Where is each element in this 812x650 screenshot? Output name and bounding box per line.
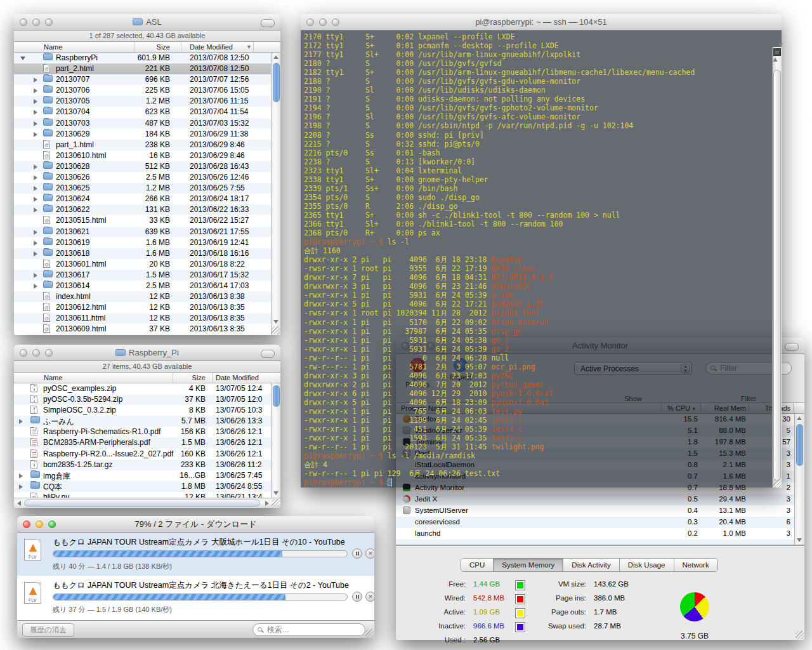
- column-header-size[interactable]: Size: [150, 373, 206, 383]
- disclosure-closed-icon[interactable]: [34, 99, 37, 104]
- download-item[interactable]: FLVももクロ JAPAN TOUR Ustream定点カメラ 大阪城ホール1日…: [17, 533, 374, 576]
- terminal-titlebar[interactable]: pi@raspberrypi: ~ — ssh — 104×51: [301, 14, 782, 30]
- toolbar-toggle-button[interactable]: [261, 19, 275, 27]
- scroll-up-arrow-icon[interactable]: [797, 416, 802, 420]
- zoom-button[interactable]: [45, 18, 53, 26]
- tab-system-memory[interactable]: System Memory: [493, 559, 563, 571]
- close-button[interactable]: [306, 18, 314, 26]
- cancel-button[interactable]: ✕: [365, 548, 374, 559]
- horizontal-scrollbar[interactable]: [14, 498, 280, 508]
- scroll-up-arrow-icon[interactable]: [273, 55, 278, 59]
- column-header-name[interactable]: Name: [44, 373, 62, 383]
- file-row[interactable]: BCM2835-ARM-Peripherals.pdf1.5 MB13/06/2…: [14, 437, 280, 448]
- file-row[interactable]: 20130624266 KB2013/06/24 18:17: [14, 194, 280, 204]
- disclosure-closed-icon[interactable]: [34, 273, 37, 278]
- file-row[interactable]: 20130622131 KB2013/06/22 16:33: [14, 204, 280, 215]
- file-row[interactable]: 201306262.5 MB2013/06/26 12:46: [14, 172, 280, 183]
- disclosure-closed-icon[interactable]: [34, 284, 37, 289]
- zoom-button[interactable]: [48, 521, 56, 528]
- column-header-name[interactable]: Name: [44, 42, 62, 52]
- minimize-button[interactable]: [32, 18, 40, 26]
- minimize-button[interactable]: [36, 521, 43, 528]
- cancel-button[interactable]: ✕: [365, 592, 374, 602]
- disclosure-closed-icon[interactable]: [19, 484, 23, 489]
- file-row[interactable]: 20130601.html20 KB2013/06/18 8:22: [14, 259, 280, 270]
- file-row[interactable]: bcm2835-1.25.tar.gz233 KB13/06/26 11:2: [14, 460, 280, 470]
- file-row[interactable]: 20130703487 KB2013/07/03 15:32: [14, 118, 280, 129]
- process-row[interactable]: [396, 540, 794, 545]
- disclosure-closed-icon[interactable]: [34, 132, 37, 137]
- disclosure-closed-icon[interactable]: [34, 251, 37, 256]
- file-row[interactable]: RaspberryPi601.9 MB2013/07/08 12:50: [14, 53, 280, 63]
- file-row[interactable]: 201306191.6 MB2013/06/19 12:41: [14, 237, 280, 248]
- downloads-titlebar[interactable]: 79% / 2 ファイル - ダウンロード: [17, 516, 374, 533]
- file-row[interactable]: SimpleOSC_0.3.2.zip8 KB13/07/05 10:3: [14, 405, 280, 416]
- file-row[interactable]: index.html12 KB2013/06/13 8:38: [14, 291, 280, 302]
- file-row[interactable]: 20130629184 KB2013/06/29 11:38: [14, 129, 280, 140]
- clear-history-button[interactable]: 履歴の消去: [22, 623, 74, 637]
- scroll-down-arrow-icon[interactable]: [273, 491, 278, 495]
- disclosure-closed-icon[interactable]: [34, 197, 37, 202]
- file-row[interactable]: 201307051.2 MB2013/07/06 11:15: [14, 96, 280, 107]
- process-scrollbar[interactable]: [794, 414, 804, 545]
- minimize-button[interactable]: [319, 18, 327, 26]
- disclosure-closed-icon[interactable]: [34, 241, 37, 246]
- scroll-down-arrow-icon[interactable]: [273, 320, 278, 324]
- resize-grip[interactable]: [272, 499, 280, 507]
- file-row[interactable]: Raspberry-Pi-R2.0...-Issue2.2_027.pdf160…: [14, 449, 280, 460]
- resize-grip[interactable]: [365, 629, 374, 637]
- file-row[interactable]: bliPy.py12 KB13/06/21 13:4: [14, 492, 280, 498]
- file-row[interactable]: CQ本1.8 MB13/06/24 8:55: [14, 481, 280, 492]
- vertical-scrollbar[interactable]: [271, 53, 280, 335]
- toolbar-toggle-button[interactable]: [785, 343, 799, 351]
- tab-disk-activity[interactable]: Disk Activity: [563, 559, 619, 571]
- file-row[interactable]: 201306142.5 MB2013/06/14 17:03: [14, 281, 280, 291]
- pause-button[interactable]: [352, 548, 362, 559]
- download-search-input[interactable]: 検索...: [252, 623, 365, 636]
- file-row[interactable]: ふーみん5.7 MB13/06/26 13:3: [14, 416, 280, 427]
- pause-button[interactable]: [352, 592, 362, 602]
- scroll-left-arrow-icon[interactable]: [17, 501, 21, 506]
- column-header-date[interactable]: Date Modified: [190, 42, 233, 52]
- file-row[interactable]: pyOSC-0.3.5b-5294.zip37 KB13/07/05 12:0: [14, 394, 280, 405]
- file-row[interactable]: 201306171.5 MB2013/06/17 15:32: [14, 270, 280, 281]
- process-row[interactable]: Jedit X0.529.4 MB3: [396, 494, 794, 505]
- disclosure-open-icon[interactable]: [20, 56, 25, 60]
- disclosure-closed-icon[interactable]: [19, 419, 23, 424]
- close-button[interactable]: [23, 521, 30, 528]
- file-row[interactable]: pyOSC_examples.zip4 KB13/07/05 12:4: [14, 383, 280, 394]
- file-row[interactable]: 20130706225 KB2013/07/06 15:05: [14, 85, 280, 96]
- file-row[interactable]: part_1.html238 KB2013/06/29 8:46: [14, 140, 280, 150]
- disclosure-closed-icon[interactable]: [34, 208, 37, 213]
- file-row[interactable]: 20130609.html37 KB2013/06/13 8:35: [14, 324, 280, 335]
- disclosure-closed-icon[interactable]: [34, 175, 37, 180]
- file-row[interactable]: 20130612.html12 KB2013/06/13 8:35: [14, 302, 280, 313]
- disclosure-closed-icon[interactable]: [19, 474, 23, 479]
- disclosure-closed-icon[interactable]: [34, 230, 37, 235]
- resize-grip[interactable]: [773, 479, 781, 488]
- scrollbar-thumb[interactable]: [773, 70, 781, 481]
- file-row[interactable]: 201306251.2 MB2013/06/25 7:55: [14, 183, 280, 194]
- file-row[interactable]: 20130611.html12 KB2013/06/13 8:35: [14, 313, 280, 324]
- scroll-down-arrow-icon[interactable]: [797, 538, 802, 542]
- disclosure-closed-icon[interactable]: [34, 77, 37, 83]
- file-row[interactable]: 201306181.6 MB2013/06/18 16:16: [14, 248, 280, 259]
- close-button[interactable]: [20, 349, 27, 357]
- scroll-menu-icon[interactable]: [773, 48, 781, 56]
- zoom-button[interactable]: [332, 18, 339, 26]
- minimize-button[interactable]: [32, 349, 40, 357]
- tab-disk-usage[interactable]: Disk Usage: [619, 559, 674, 571]
- zoom-button[interactable]: [45, 349, 53, 357]
- disclosure-closed-icon[interactable]: [34, 88, 37, 93]
- file-row[interactable]: 20130707696 KB2013/07/07 12:56: [14, 74, 280, 85]
- column-header-size[interactable]: Size: [114, 42, 170, 52]
- toolbar-toggle-button[interactable]: [261, 350, 275, 358]
- terminal-scrollbar[interactable]: [772, 47, 782, 488]
- process-row[interactable]: SystemUIServer0.413.1 MB3: [396, 505, 794, 517]
- disclosure-closed-icon[interactable]: [34, 121, 37, 126]
- file-row[interactable]: 20130515.html33 KB2013/06/22 15:27: [14, 215, 280, 226]
- terminal-content[interactable]: 2170 tty1 S+ 0:02 lxpanel --profile LXDE…: [301, 30, 782, 488]
- resize-grip[interactable]: [272, 326, 280, 335]
- vertical-scrollbar[interactable]: [271, 383, 280, 498]
- rpi-titlebar[interactable]: Raspberry_Pi: [14, 345, 280, 361]
